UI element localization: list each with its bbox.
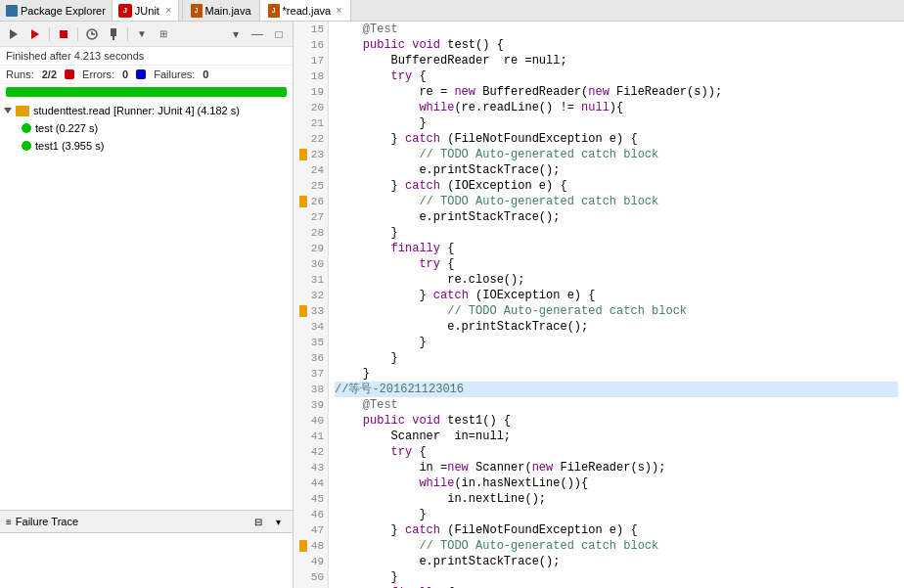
ln-37: 37 <box>297 366 324 382</box>
history-button[interactable] <box>82 24 102 44</box>
ln-16: 16 <box>297 37 324 53</box>
svg-rect-5 <box>113 36 114 40</box>
list-icon: ≡ <box>6 517 12 527</box>
ln-50: 50 <box>297 569 324 585</box>
runs-label: Runs: <box>6 68 34 80</box>
errors-label: Errors: <box>82 68 114 80</box>
junit-panel: ▼ ⊞ ▾ — □ Finished after 4.213 seconds R… <box>0 22 294 588</box>
panel-tab-junit-label: JUnit <box>135 5 159 17</box>
tree-child-test1[interactable]: test1 (3.955 s) <box>0 137 293 155</box>
editor-tab-read-java[interactable]: J *read.java × <box>260 0 351 21</box>
errors-value: 0 <box>122 68 128 80</box>
panel-tab-package-explorer-label: Package Explorer <box>21 5 106 17</box>
editor-tab-read-java-close[interactable]: × <box>336 5 342 17</box>
toolbar-sep-3 <box>127 27 128 41</box>
code-line-15: @Test <box>335 22 898 37</box>
code-line-18: try { <box>335 68 898 84</box>
layout-button[interactable]: ⊞ <box>154 24 173 44</box>
ln-31: 31 <box>297 272 324 288</box>
code-editor: 15 16 17 18 19 20 21 22 23 24 25 <box>294 22 904 588</box>
ln-42: 42 <box>297 444 324 460</box>
code-line-16: public void test() { <box>335 37 898 53</box>
rerun-button[interactable] <box>4 24 23 44</box>
errors-icon <box>65 69 74 79</box>
code-line-24: e.printStackTrace(); <box>335 162 898 178</box>
ln-48: 48 <box>297 538 324 554</box>
failures-label: Failures: <box>154 68 195 80</box>
maximize-button[interactable]: □ <box>269 24 289 44</box>
code-line-47: } catch (FileNotFoundException e) { <box>335 522 898 538</box>
code-line-37: } <box>335 366 898 382</box>
code-line-23: // TODO Auto-generated catch block <box>335 147 898 162</box>
tree-root-item[interactable]: studenttest.read [Runner: JUnit 4] (4.18… <box>0 102 293 119</box>
code-line-25: } catch (IOException e) { <box>335 178 898 194</box>
ln-33: 33 <box>297 303 324 319</box>
ln-26: 26 <box>297 194 324 209</box>
code-line-19: re = new BufferedReader(new FileReader(s… <box>335 84 898 100</box>
ln-29: 29 <box>297 241 324 256</box>
code-line-46: } <box>335 507 898 522</box>
code-line-44: while(in.hasNextLine()){ <box>335 475 898 491</box>
code-area[interactable]: 15 16 17 18 19 20 21 22 23 24 25 <box>294 22 904 588</box>
ln-39: 39 <box>297 397 324 413</box>
code-line-22: } catch (FileNotFoundException e) { <box>335 131 898 147</box>
ln-36: 36 <box>297 350 324 366</box>
tree-child-test1-label: test1 (3.955 s) <box>35 140 104 152</box>
stop-button[interactable] <box>54 24 73 44</box>
code-line-20: while(re.readLine() != null){ <box>335 100 898 115</box>
junit-toolbar: ▼ ⊞ ▾ — □ <box>0 22 293 47</box>
ln-41: 41 <box>297 429 324 444</box>
code-line-33: // TODO Auto-generated catch block <box>335 303 898 319</box>
rerun-failed-button[interactable] <box>25 24 45 44</box>
code-line-28: } <box>335 225 898 241</box>
ln-24: 24 <box>297 162 324 178</box>
code-line-17: BufferedReader re =null; <box>335 53 898 68</box>
svg-marker-0 <box>10 29 18 39</box>
ln-45: 45 <box>297 491 324 507</box>
failure-trace-content <box>0 533 293 588</box>
trace-menu-button[interactable]: ▾ <box>269 513 287 530</box>
tree-child-test[interactable]: test (0.227 s) <box>0 119 293 137</box>
failures-value: 0 <box>203 68 208 80</box>
view-menu-button[interactable]: ▾ <box>226 24 246 44</box>
ln-27: 27 <box>297 209 324 225</box>
failure-trace-controls: ⊟ ▾ <box>249 513 287 530</box>
ln-21: 21 <box>297 115 324 131</box>
code-line-29: finally { <box>335 241 898 256</box>
ln-20: 20 <box>297 100 324 115</box>
toolbar-sep-1 <box>49 27 50 41</box>
trace-layout-button[interactable]: ⊟ <box>249 513 267 530</box>
test-pass-icon-2 <box>22 141 31 151</box>
editor-tab-main-java[interactable]: J Main.java <box>183 0 260 21</box>
panel-tab-junit[interactable]: J JUnit × <box>113 0 179 21</box>
code-line-49: e.printStackTrace(); <box>335 554 898 569</box>
ln-25: 25 <box>297 178 324 194</box>
panel-tab-package-explorer[interactable]: Package Explorer <box>0 0 113 21</box>
svg-marker-1 <box>31 29 39 39</box>
ln-32: 32 <box>297 288 324 303</box>
editor-tab-read-java-label: *read.java <box>283 5 332 17</box>
code-line-38: //等号-201621123016 <box>335 382 898 397</box>
progress-bar-fill <box>6 87 287 97</box>
ln-17: 17 <box>297 53 324 68</box>
runs-value: 2/2 <box>42 68 57 80</box>
tree-root-chevron <box>4 108 12 113</box>
filter-button[interactable]: ▼ <box>132 24 152 44</box>
toolbar-sep-2 <box>77 27 78 41</box>
code-lines[interactable]: @Test public void test() { BufferedReade… <box>329 22 904 588</box>
ln-15: 15 <box>297 22 324 37</box>
failure-trace-section: ≡ Failure Trace ⊟ ▾ <box>0 510 293 588</box>
code-line-32: } catch (IOException e) { <box>335 288 898 303</box>
code-line-30: try { <box>335 256 898 272</box>
panel-tab-junit-close[interactable]: × <box>165 5 172 17</box>
ln-18: 18 <box>297 68 324 84</box>
content-area: ▼ ⊞ ▾ — □ Finished after 4.213 seconds R… <box>0 22 904 588</box>
progress-bar-container <box>6 87 287 97</box>
minimize-button[interactable]: — <box>248 24 267 44</box>
code-line-21: } <box>335 115 898 131</box>
svg-rect-4 <box>111 28 116 36</box>
tree-root-label: studenttest.read [Runner: JUnit 4] (4.18… <box>33 105 240 116</box>
code-line-31: re.close(); <box>335 272 898 288</box>
code-line-36: } <box>335 350 898 366</box>
pin-button[interactable] <box>104 24 123 44</box>
